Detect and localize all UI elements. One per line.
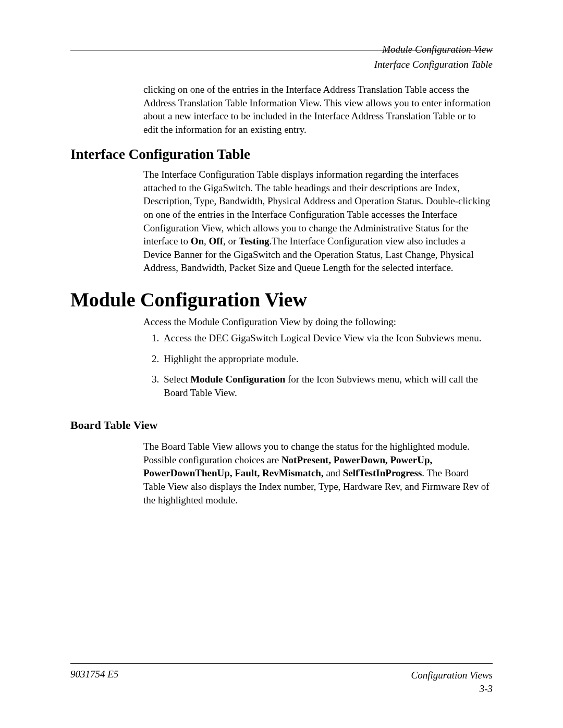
text: The Interface Configuration Table displa…	[143, 169, 490, 246]
list-item: Access the DEC GigaSwitch Logical Device…	[162, 331, 493, 345]
bold-off: Off	[209, 236, 223, 246]
steps-list: Access the DEC GigaSwitch Logical Device…	[146, 331, 493, 407]
footer-docnum: 9031754 E5	[70, 669, 118, 680]
heading-board-table-view: Board Table View	[70, 418, 157, 432]
text: and	[324, 467, 343, 478]
footer-page-number: 3-3	[411, 682, 493, 696]
module-config-intro: Access the Module Configuration View by …	[143, 315, 493, 329]
running-header: Module Configuration View Interface Conf…	[374, 42, 493, 72]
step-text: Highlight the appropriate module.	[164, 353, 299, 364]
intro-paragraph: clicking on one of the entries in the In…	[143, 83, 493, 137]
heading-interface-config-table: Interface Configuration Table	[70, 146, 250, 163]
list-item: Select Module Configuration for the Icon…	[162, 373, 493, 399]
header-line-1: Module Configuration View	[374, 42, 493, 57]
step-pre: Select	[164, 374, 190, 385]
board-table-paragraph: The Board Table View allows you to chang…	[143, 440, 493, 507]
interface-config-paragraph: The Interface Configuration Table displa…	[143, 168, 493, 275]
step-bold: Module Configuration	[190, 374, 285, 385]
bold-testing: Testing	[239, 236, 269, 246]
step-text: Access the DEC GigaSwitch Logical Device…	[164, 332, 482, 343]
page: Module Configuration View Interface Conf…	[0, 0, 563, 728]
text: , or	[223, 236, 239, 246]
footer-section-title: Configuration Views	[411, 669, 493, 682]
bold-on: On	[191, 236, 204, 246]
list-item: Highlight the appropriate module.	[162, 352, 493, 366]
header-line-2: Interface Configuration Table	[374, 57, 493, 72]
footer-right: Configuration Views 3-3	[411, 669, 493, 695]
bold-choices-2: SelfTestInProgress	[343, 467, 422, 478]
footer-rule	[70, 663, 493, 664]
heading-module-config-view: Module Configuration View	[70, 288, 307, 311]
text: ,	[204, 236, 209, 246]
